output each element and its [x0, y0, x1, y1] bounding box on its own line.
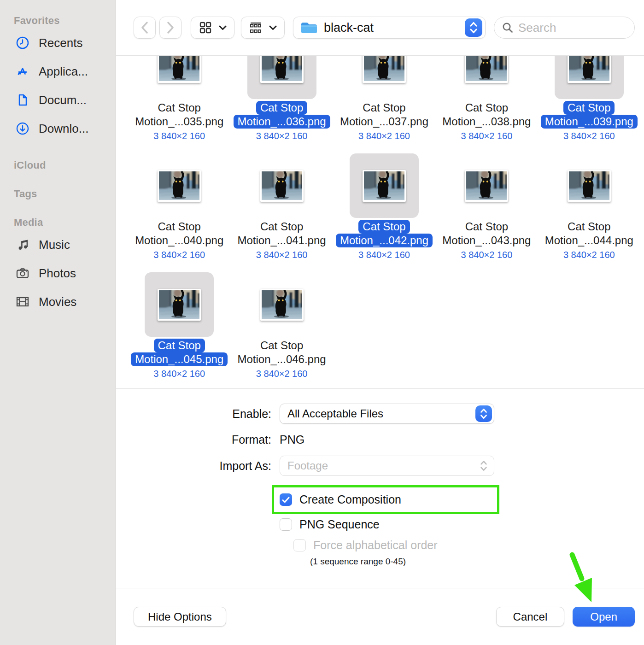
- sidebar-section-title: Favorites: [14, 15, 116, 27]
- file-thumbnail[interactable]: [452, 153, 521, 218]
- file-item[interactable]: Cat Stop Motion_...043.png 3 840×2 160: [435, 153, 538, 260]
- file-item[interactable]: Cat Stop Motion_...039.png 3 840×2 160: [538, 55, 640, 141]
- force-alphabetical-row: Force alphabetical order: [293, 539, 644, 552]
- file-thumbnail[interactable]: [145, 272, 214, 337]
- appstore-icon: [15, 64, 30, 79]
- file-dimensions: 3 840×2 160: [563, 250, 615, 260]
- file-dimensions: 3 840×2 160: [153, 250, 205, 260]
- png-sequence-row[interactable]: PNG Sequence: [280, 518, 644, 531]
- file-name-line1: Cat Stop: [256, 101, 307, 115]
- sidebar-item-photos[interactable]: Photos: [0, 259, 116, 287]
- file-name-line2: Motion_...041.png: [234, 234, 330, 247]
- file-thumbnail[interactable]: [247, 272, 316, 337]
- file-grid[interactable]: Cat Stop Motion_...035.png 3 840×2 160: [116, 55, 644, 388]
- png-sequence-checkbox[interactable]: [280, 518, 292, 531]
- folder-name: black-cat: [324, 21, 458, 35]
- view-mode-dropdown[interactable]: [191, 17, 234, 39]
- file-grid-row: Cat Stop Motion_...045.png 3 840×2 160: [128, 272, 640, 379]
- file-thumbnail[interactable]: [452, 55, 521, 99]
- sidebar-item-music[interactable]: Music: [0, 230, 116, 259]
- file-name-line2: Motion_...046.png: [234, 352, 330, 366]
- search-field[interactable]: [494, 17, 635, 39]
- import-as-select: Footage: [280, 456, 494, 476]
- enable-select[interactable]: All Acceptable Files: [280, 404, 494, 424]
- file-name-line1: Cat Stop: [256, 339, 307, 352]
- file-name-line2: Motion_...036.png: [234, 115, 330, 129]
- search-icon: [502, 22, 514, 34]
- open-button[interactable]: Open: [573, 607, 635, 627]
- file-item[interactable]: Cat Stop Motion_...036.png 3 840×2 160: [230, 55, 333, 141]
- file-dimensions: 3 840×2 160: [563, 131, 615, 141]
- back-button[interactable]: [134, 17, 156, 39]
- chevron-down-icon: [269, 25, 277, 30]
- cat-photo-thumbnail: [158, 55, 201, 83]
- file-item[interactable]: Cat Stop Motion_...045.png 3 840×2 160: [128, 272, 230, 379]
- sidebar-section: Favorites Recents Applica... Docum... Do…: [0, 15, 116, 143]
- sidebar-item-movies[interactable]: Movies: [0, 287, 116, 316]
- cat-photo-thumbnail: [465, 170, 508, 202]
- sidebar-item-applica[interactable]: Applica...: [0, 57, 116, 86]
- clock-icon: [15, 35, 30, 51]
- file-item[interactable]: Cat Stop Motion_...041.png 3 840×2 160: [230, 153, 333, 260]
- sidebar-section-title: Media: [14, 217, 116, 229]
- file-name-line2: Motion_...037.png: [336, 115, 433, 129]
- create-composition-row[interactable]: Create Composition: [280, 493, 497, 506]
- sidebar-item-docum[interactable]: Docum...: [0, 86, 116, 114]
- file-grid-row: Cat Stop Motion_...035.png 3 840×2 160: [128, 55, 640, 141]
- cancel-button[interactable]: Cancel: [496, 607, 565, 627]
- cat-photo-thumbnail: [363, 55, 406, 83]
- file-item[interactable]: Cat Stop Motion_...046.png 3 840×2 160: [230, 272, 333, 379]
- search-input[interactable]: [518, 21, 610, 35]
- file-name-line1: Cat Stop: [461, 101, 512, 115]
- sidebar-item-downlo[interactable]: Downlo...: [0, 114, 116, 143]
- hide-options-button[interactable]: Hide Options: [134, 607, 226, 627]
- sidebar-item-recents[interactable]: Recents: [0, 29, 116, 57]
- file-thumbnail[interactable]: [247, 153, 316, 218]
- file-item[interactable]: Cat Stop Motion_...035.png 3 840×2 160: [128, 55, 230, 141]
- sidebar-item-label: Recents: [39, 36, 82, 50]
- stepper-icon[interactable]: [465, 18, 482, 37]
- file-item[interactable]: Cat Stop Motion_...038.png 3 840×2 160: [435, 55, 538, 141]
- sidebar-item-label: Applica...: [39, 64, 88, 79]
- toolbar: black-cat: [116, 0, 644, 55]
- create-composition-checkbox[interactable]: [280, 493, 292, 506]
- file-item[interactable]: Cat Stop Motion_...040.png 3 840×2 160: [128, 153, 230, 260]
- file-name-line1: Cat Stop: [256, 220, 307, 234]
- sidebar-item-label: Movies: [39, 295, 76, 309]
- file-item[interactable]: Cat Stop Motion_...037.png 3 840×2 160: [333, 55, 435, 141]
- format-label: Format:: [116, 433, 280, 446]
- file-dimensions: 3 840×2 160: [153, 131, 205, 141]
- cat-photo-thumbnail: [260, 170, 304, 202]
- file-dimensions: 3 840×2 160: [256, 369, 308, 379]
- cat-photo-thumbnail: [158, 289, 201, 321]
- group-by-dropdown[interactable]: [241, 17, 285, 39]
- checkmark-icon: [282, 497, 290, 503]
- sidebar-section: Tags: [0, 188, 116, 200]
- cat-photo-thumbnail: [158, 170, 201, 202]
- file-thumbnail[interactable]: [247, 55, 316, 99]
- forward-button[interactable]: [159, 17, 181, 39]
- import-as-label: Import As:: [116, 459, 280, 473]
- format-value: PNG: [280, 433, 304, 446]
- folder-icon: [300, 21, 317, 35]
- file-name-line1: Cat Stop: [461, 220, 512, 234]
- file-thumbnail[interactable]: [350, 153, 419, 218]
- file-thumbnail[interactable]: [350, 55, 419, 99]
- folder-path-dropdown[interactable]: black-cat: [293, 17, 486, 39]
- file-thumbnail[interactable]: [555, 153, 624, 218]
- stepper-icon: [475, 405, 492, 422]
- sidebar-item-label: Docum...: [39, 93, 87, 107]
- file-thumbnail[interactable]: [145, 153, 214, 218]
- file-item[interactable]: Cat Stop Motion_...044.png 3 840×2 160: [538, 153, 640, 260]
- file-name-line1: Cat Stop: [563, 220, 615, 234]
- annotation-highlight-box: Create Composition: [272, 485, 499, 514]
- force-alphabetical-checkbox: [293, 539, 306, 551]
- sidebar-section: iCloud: [0, 159, 116, 171]
- file-thumbnail[interactable]: [145, 55, 214, 99]
- open-file-dialog: Favorites Recents Applica... Docum... Do…: [0, 0, 644, 645]
- file-item[interactable]: Cat Stop Motion_...042.png 3 840×2 160: [333, 153, 435, 260]
- chevron-down-icon: [219, 25, 227, 30]
- sidebar-item-label: Music: [39, 238, 70, 252]
- file-thumbnail[interactable]: [555, 55, 624, 99]
- film-icon: [15, 294, 30, 310]
